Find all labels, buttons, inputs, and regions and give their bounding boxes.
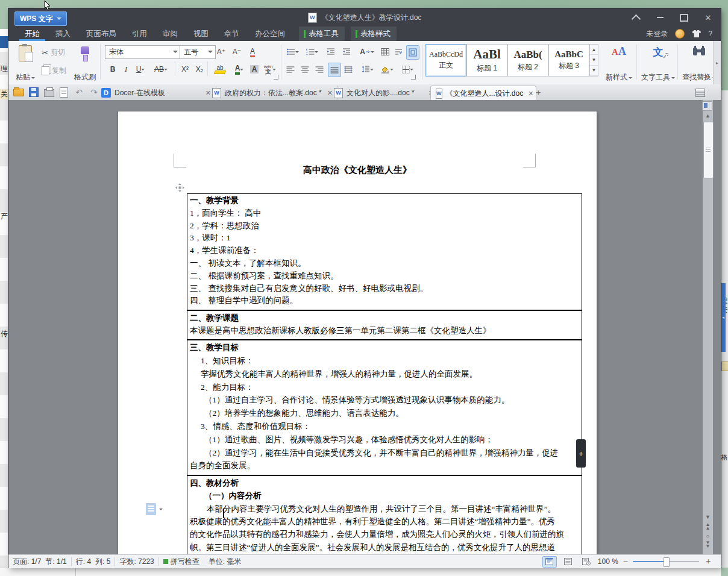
style-heading3[interactable]: AaBbC 标题 3 xyxy=(548,44,589,77)
minimize-button[interactable] xyxy=(652,11,668,23)
document-page[interactable]: 高中政治《文化塑造人生》 一、教学背景 1，面向学生： 高中 2，学科：思想政治… xyxy=(118,111,597,554)
vertical-scrollbar[interactable]: ▲ ▼ ▲▲ ○ ▼▼ xyxy=(703,100,713,554)
paragraph-layout-button[interactable] xyxy=(406,45,419,60)
underline-button[interactable]: U xyxy=(133,63,148,76)
lesson-plan-table[interactable]: 一、教学背景 1，面向学生： 高中 2，学科：思想政治 3，课时：1 4，学生课… xyxy=(187,193,582,554)
status-section[interactable]: 节: 1/1 xyxy=(45,557,71,567)
spellcheck-status[interactable]: 拼写检查 xyxy=(159,557,204,567)
numbering-button[interactable] xyxy=(304,45,321,58)
subscript-button[interactable]: X₂ xyxy=(193,63,206,76)
align-center-button[interactable] xyxy=(299,63,311,76)
maximize-button[interactable] xyxy=(676,11,692,23)
bullets-button[interactable] xyxy=(284,45,301,58)
char-shading-button[interactable]: A xyxy=(248,63,260,76)
ruler-toggle-button[interactable] xyxy=(702,101,712,111)
web-layout-button[interactable] xyxy=(580,557,593,567)
gallery-up-icon[interactable]: ▲ xyxy=(590,45,598,55)
wps-app-button[interactable]: WPS 文字 xyxy=(14,11,67,26)
decrease-indent-button[interactable] xyxy=(324,45,337,58)
tab-list-icon[interactable] xyxy=(695,89,705,97)
tab-table-tools[interactable]: 表格工具 xyxy=(299,27,345,41)
tab-section[interactable]: 章节 xyxy=(216,27,247,41)
text-wrap-button[interactable] xyxy=(393,45,404,58)
tab-insert[interactable]: 插入 xyxy=(48,27,78,41)
tab-view[interactable]: 视图 xyxy=(186,27,216,41)
paste-options-button[interactable] xyxy=(146,503,163,515)
new-style-button[interactable]: AA 新样式 xyxy=(603,43,635,84)
clear-format-button[interactable]: A xyxy=(246,45,259,58)
paste-button[interactable]: 粘贴 xyxy=(13,43,37,84)
print-preview-button[interactable] xyxy=(58,87,69,98)
strikethrough-button[interactable]: AB xyxy=(151,63,171,76)
text-direction-button[interactable]: A xyxy=(358,45,376,58)
cut-button[interactable]: ✂ 剪切 xyxy=(40,46,67,59)
scroll-down-button[interactable]: ▼ xyxy=(703,513,712,521)
ribbon-scroll-strip[interactable]: ▸ xyxy=(713,41,721,84)
open-button[interactable] xyxy=(13,87,24,98)
shading-button[interactable] xyxy=(378,63,395,76)
close-button[interactable]: ✕ xyxy=(700,11,716,23)
line-spacing-button[interactable] xyxy=(359,63,376,76)
table-add-row-handle[interactable]: ＋ xyxy=(576,439,586,468)
zoom-slider-handle[interactable] xyxy=(664,557,670,567)
superscript-button[interactable]: X² xyxy=(178,63,192,76)
justify-button[interactable] xyxy=(328,63,341,77)
doc-tab-docer[interactable]: D Docer-在线模板 ✕ xyxy=(96,86,216,100)
copy-button[interactable]: 复制 xyxy=(40,64,68,77)
zoom-in-button[interactable]: ＋ xyxy=(704,556,712,567)
shrink-font-button[interactable]: A⁻ xyxy=(230,45,243,58)
style-heading1[interactable]: AaBl 标题 1 xyxy=(466,44,507,77)
status-page[interactable]: 页面: 1/7 xyxy=(8,557,45,567)
tab-page-layout[interactable]: 页面布局 xyxy=(78,27,124,41)
help-button[interactable]: ? xyxy=(708,30,714,38)
doc-tab-2[interactable]: W 政府的权力：依法...教案.doc * ✕ xyxy=(207,86,338,100)
tab-review[interactable]: 审阅 xyxy=(155,27,186,41)
paragraph-dialog-launcher[interactable] xyxy=(411,75,416,80)
align-right-button[interactable] xyxy=(313,63,325,76)
font-color-button[interactable]: A xyxy=(231,63,247,76)
print-button[interactable] xyxy=(43,87,54,98)
highlight-button[interactable]: ab xyxy=(211,63,229,76)
page-view-button[interactable] xyxy=(542,556,557,568)
login-status[interactable]: 未登录 xyxy=(646,29,668,39)
zoom-out-button[interactable]: − xyxy=(623,557,628,566)
tab-references[interactable]: 引用 xyxy=(124,27,155,41)
undo-button[interactable]: ↶ xyxy=(74,87,84,98)
doc-tab-active[interactable]: W 《文化塑造人...设计.doc ✕ xyxy=(430,86,536,101)
format-painter-button[interactable]: 格式刷 xyxy=(70,43,100,84)
table-move-handle[interactable] xyxy=(175,183,184,195)
increase-indent-button[interactable] xyxy=(340,45,353,58)
next-page-button[interactable]: ▼▼ xyxy=(703,541,712,548)
style-normal[interactable]: AaBbCcDd 正文 xyxy=(425,44,466,77)
font-dialog-launcher[interactable] xyxy=(274,75,278,80)
new-tab-button[interactable]: ＋ xyxy=(532,87,545,99)
borders-button[interactable] xyxy=(399,63,416,76)
tab-table-style[interactable]: 表格样式 xyxy=(351,27,397,41)
insert-table-button[interactable] xyxy=(378,45,392,58)
text-tools-button[interactable]: 文 文字工具 xyxy=(640,43,676,84)
save-button[interactable] xyxy=(28,87,39,98)
member-icon[interactable] xyxy=(675,29,685,39)
grow-font-button[interactable]: A⁺ xyxy=(215,45,228,58)
doc-tab-3[interactable]: W 文化对人的影....doc * ✕ xyxy=(329,86,439,100)
style-heading2[interactable]: AaBb( 标题 2 xyxy=(507,44,548,77)
tab-home[interactable]: 开始 xyxy=(17,27,48,41)
status-word-count[interactable]: 字数: 7223 xyxy=(115,557,158,567)
distribute-button[interactable] xyxy=(342,63,354,76)
pinyin-guide-button[interactable]: wén文 xyxy=(262,63,278,76)
previous-page-button[interactable]: ▲▲ xyxy=(703,523,712,530)
collapse-ribbon-button[interactable] xyxy=(628,11,644,23)
gallery-more-icon[interactable]: ▼ xyxy=(590,66,598,76)
outline-view-button[interactable] xyxy=(562,557,575,567)
bold-button[interactable]: B xyxy=(106,63,119,76)
italic-button[interactable]: I xyxy=(119,63,133,76)
tab-office-space[interactable]: 办公空间 xyxy=(247,27,293,41)
font-size-select[interactable]: 五号 xyxy=(180,45,216,59)
gallery-down-icon[interactable]: ▼ xyxy=(590,55,598,65)
style-gallery-scroll[interactable]: ▲ ▼ ▼ xyxy=(589,44,598,77)
zoom-slider[interactable] xyxy=(633,561,699,562)
skin-icon[interactable] xyxy=(692,30,701,37)
align-left-button[interactable] xyxy=(284,63,297,76)
scroll-up-button[interactable]: ▲ xyxy=(703,112,712,120)
scrollbar-thumb[interactable] xyxy=(703,122,714,178)
